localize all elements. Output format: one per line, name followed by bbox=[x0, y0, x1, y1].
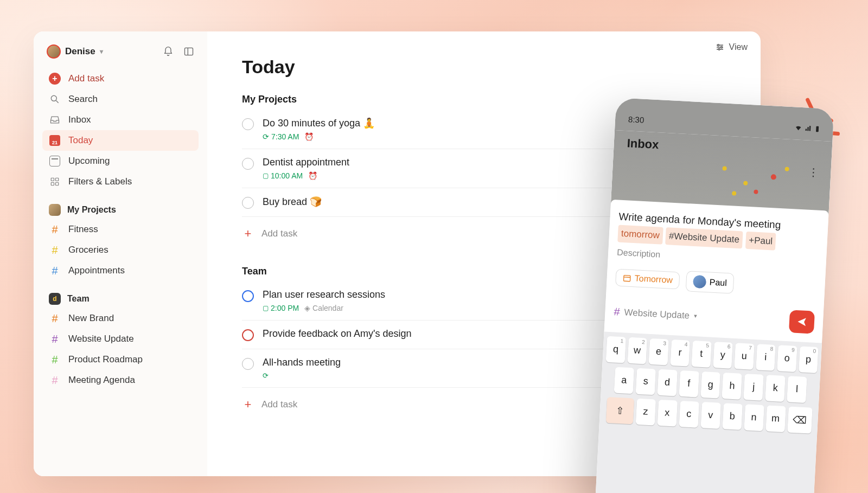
keyboard-key[interactable]: v bbox=[700, 402, 720, 429]
keyboard-key[interactable]: x bbox=[657, 399, 677, 426]
view-button[interactable]: View bbox=[715, 42, 748, 52]
keyboard-key[interactable]: i8 bbox=[756, 344, 776, 371]
hash-icon: # bbox=[52, 223, 58, 236]
keyboard-key[interactable]: y6 bbox=[713, 342, 733, 369]
keyboard-key[interactable]: g bbox=[700, 372, 720, 399]
add-task-button[interactable]: + Add task bbox=[42, 68, 199, 89]
project-label: Fitness bbox=[68, 224, 98, 235]
send-button[interactable] bbox=[789, 310, 815, 334]
keyboard-key[interactable]: h bbox=[722, 373, 742, 400]
pill-assignee[interactable]: Paul bbox=[686, 271, 735, 294]
keyboard-key[interactable]: w2 bbox=[627, 337, 647, 364]
svg-point-11 bbox=[717, 44, 719, 46]
sidebar-label: Inbox bbox=[68, 114, 91, 125]
projects-avatar-icon bbox=[49, 204, 61, 216]
sidebar-project-item[interactable]: #New Brand bbox=[42, 308, 199, 329]
sidebar-item-inbox[interactable]: Inbox bbox=[42, 110, 199, 130]
shift-key[interactable]: ⇧ bbox=[605, 396, 634, 424]
view-label: View bbox=[729, 42, 748, 52]
sidebar-label: Today bbox=[68, 135, 93, 146]
keyboard-key[interactable]: l bbox=[787, 376, 807, 403]
keyboard-key[interactable]: k bbox=[765, 375, 786, 402]
sidebar-project-item[interactable]: #Meeting Agenda bbox=[42, 370, 199, 390]
keyboard-key[interactable]: m bbox=[765, 405, 786, 432]
keyboard-key[interactable]: s bbox=[636, 368, 656, 395]
svg-point-12 bbox=[720, 47, 722, 48]
keyboard-key[interactable]: p0 bbox=[799, 346, 819, 373]
panel-toggle-icon[interactable] bbox=[183, 46, 194, 57]
keyboard-key[interactable]: r4 bbox=[670, 339, 690, 366]
task-checkbox[interactable] bbox=[242, 329, 254, 341]
keyboard-key[interactable]: a bbox=[614, 367, 634, 394]
project-select-label: Website Update bbox=[624, 307, 690, 321]
sidebar-project-item[interactable]: #Fitness bbox=[42, 219, 199, 240]
sidebar-item-upcoming[interactable]: Upcoming bbox=[42, 151, 199, 171]
calendar-tag: ◈ Calendar bbox=[304, 304, 343, 312]
page-title: Today bbox=[242, 56, 726, 78]
project-label: Website Update bbox=[68, 334, 134, 344]
keyboard-key[interactable]: t5 bbox=[691, 341, 711, 368]
phone-header-title: Inbox bbox=[627, 136, 819, 160]
svg-rect-6 bbox=[51, 183, 54, 185]
chip-date[interactable]: tomorrow bbox=[617, 225, 663, 244]
task-checkbox[interactable] bbox=[242, 358, 254, 370]
task-input[interactable]: Write agenda for Monday's meeting tomorr… bbox=[617, 209, 820, 253]
task-checkbox[interactable] bbox=[242, 118, 254, 130]
alarm-icon: ⏰ bbox=[308, 171, 317, 180]
sidebar-project-item[interactable]: #Website Update bbox=[42, 329, 199, 349]
keyboard-key[interactable]: f bbox=[679, 370, 699, 397]
pill-due-date[interactable]: Tomorrow bbox=[615, 268, 680, 289]
team-header[interactable]: Team bbox=[42, 281, 199, 308]
keyboard-key[interactable]: z bbox=[635, 398, 655, 425]
sidebar-item-search[interactable]: Search bbox=[42, 89, 199, 110]
section-header-label: My Projects bbox=[67, 205, 116, 215]
svg-line-3 bbox=[56, 101, 59, 103]
sidebar: Denise ▾ + Add task Search Inbox 21 Toda… bbox=[34, 31, 207, 476]
task-checkbox[interactable] bbox=[242, 197, 254, 209]
sidebar-project-item[interactable]: #Product Roadmap bbox=[42, 349, 199, 370]
sidebar-header: Denise ▾ bbox=[42, 44, 199, 68]
sidebar-label: Search bbox=[68, 94, 98, 105]
status-icons bbox=[794, 124, 820, 132]
project-label: Product Roadmap bbox=[68, 354, 143, 365]
sidebar-project-item[interactable]: #Groceries bbox=[42, 240, 199, 260]
task-checkbox[interactable] bbox=[242, 158, 254, 170]
add-task-label: Add task bbox=[68, 73, 104, 84]
hash-icon: # bbox=[52, 333, 58, 345]
plus-icon: + bbox=[242, 398, 254, 412]
date-icon: ▢ bbox=[263, 172, 269, 180]
keyboard-key[interactable]: n bbox=[744, 404, 764, 431]
chip-assignee[interactable]: +Paul bbox=[745, 232, 776, 250]
plus-icon: + bbox=[242, 227, 254, 241]
chip-project-tag[interactable]: #Website Update bbox=[665, 228, 743, 249]
signal-icon bbox=[804, 124, 813, 132]
kebab-menu-icon[interactable]: ⋮ bbox=[808, 165, 819, 179]
chevron-down-icon: ▾ bbox=[100, 48, 103, 55]
task-checkbox[interactable] bbox=[242, 290, 254, 302]
keyboard-key[interactable]: d bbox=[657, 369, 677, 396]
keyboard-key[interactable]: c bbox=[679, 400, 699, 427]
sidebar-label: Filters & Labels bbox=[68, 176, 132, 187]
sidebar-item-filters[interactable]: Filters & Labels bbox=[42, 171, 199, 192]
grid-icon bbox=[49, 176, 61, 188]
add-task-label: Add task bbox=[261, 399, 297, 410]
project-selector[interactable]: # Website Update ▾ bbox=[614, 305, 698, 322]
sidebar-project-item[interactable]: #Appointments bbox=[42, 260, 199, 281]
user-menu[interactable]: Denise ▾ bbox=[47, 44, 103, 59]
backspace-key[interactable]: ⌫ bbox=[787, 406, 812, 433]
keyboard-key[interactable]: e3 bbox=[649, 338, 669, 365]
sidebar-item-today[interactable]: 21 Today bbox=[42, 130, 199, 151]
projects-header[interactable]: My Projects bbox=[42, 192, 199, 219]
keyboard-key[interactable]: b bbox=[722, 403, 742, 430]
svg-rect-7 bbox=[56, 183, 59, 185]
hash-icon: # bbox=[52, 312, 58, 325]
keyboard-key[interactable]: j bbox=[744, 374, 764, 401]
keyboard-key[interactable]: o9 bbox=[777, 345, 797, 372]
keyboard-key[interactable]: q1 bbox=[606, 336, 626, 363]
calendar-icon bbox=[49, 156, 60, 167]
svg-rect-14 bbox=[816, 126, 819, 132]
bell-icon[interactable] bbox=[163, 46, 174, 57]
keyboard-key[interactable]: u7 bbox=[734, 343, 754, 370]
phone-mockup: 8:30 Inbox ⋮ Write agenda for Monday's m… bbox=[595, 98, 834, 493]
pill-label: Tomorrow bbox=[634, 273, 673, 285]
